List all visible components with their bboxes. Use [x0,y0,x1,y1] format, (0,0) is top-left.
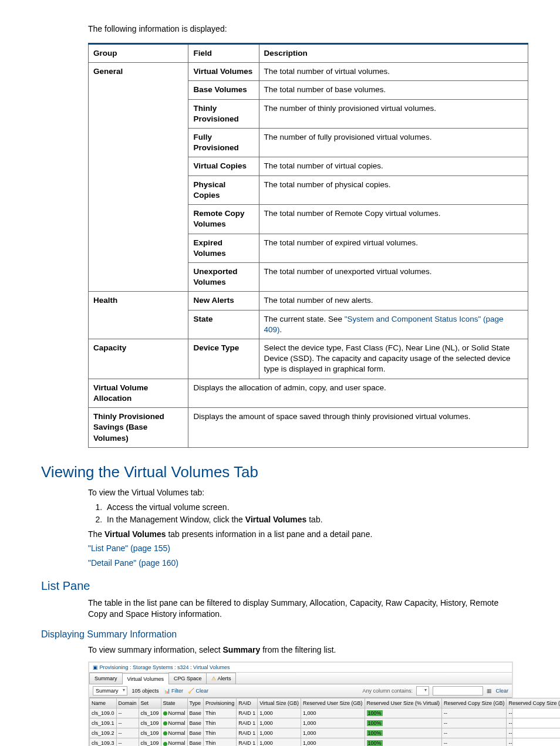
filter-bar: Summary 105 objects 📊 Filter 🧹 Clear Any… [89,684,512,698]
data-grid: NameDomainSetStateTypeProvisioningRAIDVi… [89,698,560,746]
th-desc: Description [259,43,528,62]
presents-text: The Virtual Volumes tab presents informa… [88,529,519,540]
link-list-pane[interactable]: "List Pane" (page 155) [88,544,170,553]
breadcrumb: ▣ Provisioning : Storage Systems : s324 … [89,663,512,673]
steps-list: Access the virtual volume screen. In the… [104,502,519,525]
anycol-label: Any column contains: [362,687,413,694]
columns-icon[interactable]: ▦ [487,687,492,694]
tab-bar: Summary Virtual Volumes CPG Space ⚠Alert… [89,673,512,684]
object-count: 105 objects [132,687,159,694]
list-pane-heading: List Pane [41,578,519,594]
alert-icon: ⚠ [211,676,216,681]
th-field: Field [188,43,259,62]
filter-dropdown[interactable]: Summary [93,686,127,696]
link-detail-pane[interactable]: "Detail Pane" (page 160) [88,558,178,568]
tab-alerts[interactable]: ⚠Alerts [206,673,236,684]
toview-text: To view the Virtual Volumes tab: [88,487,519,498]
section-heading: Viewing the Virtual Volumes Tab [41,462,519,482]
tab-summary[interactable]: Summary [89,673,123,684]
list-pane-text: The table in the list pane can be filter… [88,598,519,620]
tab-cpg-space[interactable]: CPG Space [168,673,207,684]
step-1: Access the virtual volume screen. [104,502,519,513]
filter-link[interactable]: 📊 Filter [164,687,184,694]
clear-link[interactable]: 🧹 Clear [188,687,208,694]
clear2-link[interactable]: Clear [495,687,508,694]
anycol-dropdown[interactable] [416,686,430,696]
displaying-summary-heading: Displaying Summary Information [41,628,519,641]
search-input[interactable] [433,686,483,696]
summary-text: To view summary information, select Summ… [88,644,519,656]
screenshot-panel: ▣ Provisioning : Storage Systems : s324 … [88,661,513,747]
step-2: In the Management Window, click the Virt… [104,514,519,525]
info-table: Group Field Description GeneralVirtual V… [88,43,528,448]
intro-text: The following information is displayed: [88,23,519,35]
th-group: Group [89,43,188,62]
tab-virtual-volumes[interactable]: Virtual Volumes [122,673,169,684]
